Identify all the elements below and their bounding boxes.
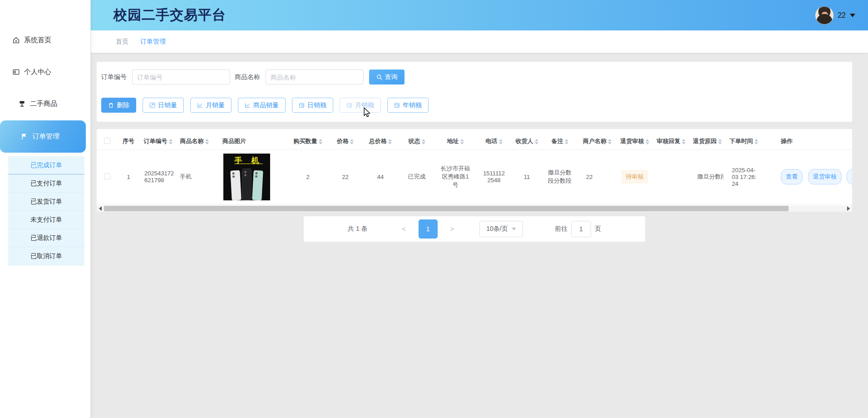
avatar[interactable] — [815, 6, 833, 25]
pagination: 共 1 条 < 1 > 10条/页 前往 页 — [304, 216, 645, 242]
sort-icon[interactable] — [608, 139, 612, 144]
col-merchant[interactable]: 商户名称 — [578, 134, 616, 149]
row-review-reply — [653, 149, 689, 204]
col-total-price[interactable]: 总价格 — [362, 134, 399, 149]
product-name-input[interactable] — [266, 70, 364, 85]
breadcrumb-current[interactable]: 订单管理 — [140, 38, 166, 46]
sidebar-item-secondhand-goods[interactable]: 二手商品 — [0, 88, 90, 119]
username: 22 — [838, 11, 846, 20]
col-phone[interactable]: 电话 — [476, 134, 512, 149]
line-chart-icon — [245, 102, 251, 108]
sort-icon[interactable] — [499, 139, 503, 144]
col-quantity[interactable]: 购买数量 — [287, 134, 328, 149]
sort-icon[interactable] — [755, 139, 758, 144]
breadcrumb-home[interactable]: 首页 — [116, 38, 128, 46]
next-page-button[interactable]: > — [448, 225, 457, 233]
return-review-button[interactable]: 退货审核 — [808, 169, 842, 184]
col-address[interactable]: 地址 — [435, 134, 476, 149]
sidebar-item-personal-center[interactable]: 个人中心 — [0, 56, 90, 88]
col-actions: 操作 — [762, 134, 852, 149]
order-no-input[interactable] — [132, 70, 230, 85]
row-status: 已完成 — [399, 149, 435, 204]
submenu-item-cancelled-orders[interactable]: 已取消订单 — [8, 247, 84, 265]
row-address: 长沙市开福区秀峰路1号 — [435, 149, 476, 204]
sort-icon[interactable] — [535, 139, 538, 144]
sidebar: 系统首页 个人中心 二手商品 订单管理 已完成订单 已支付订单 已发货订单 未支… — [0, 0, 91, 418]
goto-page-input[interactable] — [571, 221, 591, 237]
col-price[interactable]: 价格 — [328, 134, 362, 149]
sidebar-item-label: 订单管理 — [32, 132, 59, 141]
row-receiver: 11 — [512, 149, 542, 204]
row-return-reason: 撒旦分数段 — [689, 149, 725, 204]
row-checkbox[interactable] — [104, 173, 110, 179]
col-order-time[interactable]: 下单时间 — [725, 134, 762, 149]
scroll-right-icon[interactable] — [845, 205, 852, 212]
row-delete-button[interactable]: 删除 — [847, 169, 852, 184]
row-merchant: 22 — [578, 149, 616, 204]
sidebar-item-label: 个人中心 — [24, 68, 51, 76]
select-all-checkbox[interactable] — [104, 138, 110, 144]
col-return-reason[interactable]: 退货原因 — [689, 134, 725, 149]
table-clip: 序号 订单编号 商品名称 商品图片 购买数量 价格 总价格 状态 地址 电话 收 — [97, 134, 852, 204]
sort-icon[interactable] — [565, 139, 568, 144]
sort-icon[interactable] — [169, 139, 173, 144]
col-review-reply[interactable]: 审核回复 — [653, 134, 689, 149]
sidebar-item-system-home[interactable]: 系统首页 — [0, 24, 90, 56]
query-button[interactable]: 查询 — [369, 70, 404, 85]
monthly-sales-button[interactable]: 月销量 — [190, 98, 232, 113]
flag-icon — [20, 133, 28, 140]
view-button[interactable]: 查看 — [781, 169, 803, 184]
order-submenu: 已完成订单 已支付订单 已发货订单 未支付订单 已退款订单 已取消订单 — [8, 156, 84, 265]
goto-unit-label: 页 — [595, 225, 601, 233]
user-menu[interactable]: 22 — [815, 6, 855, 25]
col-remark[interactable]: 备注 — [542, 134, 578, 149]
monthly-amount-button[interactable]: 月销额 — [340, 98, 381, 113]
page-size-select[interactable]: 10条/页 — [479, 221, 523, 237]
submenu-item-refunded-orders[interactable]: 已退款订单 — [8, 229, 84, 247]
col-status[interactable]: 状态 — [399, 134, 435, 149]
orders-table-panel: 序号 订单编号 商品名称 商品图片 购买数量 价格 总价格 状态 地址 电话 收 — [97, 129, 852, 212]
daily-sales-button[interactable]: 日销量 — [143, 98, 184, 113]
search-icon — [376, 74, 383, 80]
page-number-button[interactable]: 1 — [419, 219, 438, 239]
delete-button[interactable]: 删除 — [101, 98, 136, 113]
product-image[interactable]: 手 机 — [223, 154, 270, 200]
daily-amount-button[interactable]: 日销额 — [292, 98, 333, 113]
sort-icon[interactable] — [319, 139, 322, 144]
submenu-item-completed-orders[interactable]: 已完成订单 — [8, 156, 84, 174]
scroll-left-icon[interactable] — [97, 205, 104, 212]
col-product-image: 商品图片 — [212, 134, 287, 149]
sort-icon[interactable] — [350, 139, 354, 144]
row-price: 22 — [328, 149, 362, 204]
product-sales-button[interactable]: 商品销量 — [238, 98, 286, 113]
prev-page-button[interactable]: < — [399, 225, 409, 233]
col-return-review[interactable]: 退货审核 — [616, 134, 653, 149]
col-order-no[interactable]: 订单编号 — [140, 134, 176, 149]
horizontal-scrollbar[interactable] — [97, 205, 852, 212]
sort-icon[interactable] — [205, 139, 209, 144]
phones-illustration — [231, 169, 262, 200]
calendar-icon — [299, 102, 305, 108]
row-actions: 查看 退货审核 删除 — [762, 149, 852, 204]
sort-icon[interactable] — [460, 139, 464, 144]
sort-icon[interactable] — [646, 139, 649, 144]
scrollbar-thumb[interactable] — [104, 206, 789, 211]
row-product-image-cell: 手 机 — [212, 149, 287, 204]
sidebar-item-label: 系统首页 — [24, 36, 51, 45]
row-phone: 15111122548 — [476, 149, 512, 204]
sort-icon[interactable] — [388, 139, 392, 144]
submenu-item-shipped-orders[interactable]: 已发货订单 — [8, 193, 84, 211]
main-area: 校园二手交易平台 22 首页 订单管理 订单编号 商品名称 — [91, 0, 868, 418]
submenu-item-unpaid-orders[interactable]: 未支付订单 — [8, 211, 84, 229]
orders-table: 序号 订单编号 商品名称 商品图片 购买数量 价格 总价格 状态 地址 电话 收 — [97, 134, 852, 204]
pagination-wrap: 共 1 条 < 1 > 10条/页 前往 页 — [97, 216, 852, 242]
col-receiver[interactable]: 收货人 — [512, 134, 542, 149]
calendar-icon — [394, 102, 400, 108]
sort-icon[interactable] — [718, 139, 722, 144]
yearly-amount-button[interactable]: 年销额 — [387, 98, 429, 113]
sort-icon[interactable] — [422, 139, 425, 144]
sidebar-item-order-management[interactable]: 订单管理 — [0, 120, 86, 153]
submenu-item-paid-orders[interactable]: 已支付订单 — [8, 174, 84, 193]
col-product-name[interactable]: 商品名称 — [176, 134, 212, 149]
sort-icon[interactable] — [682, 139, 686, 144]
